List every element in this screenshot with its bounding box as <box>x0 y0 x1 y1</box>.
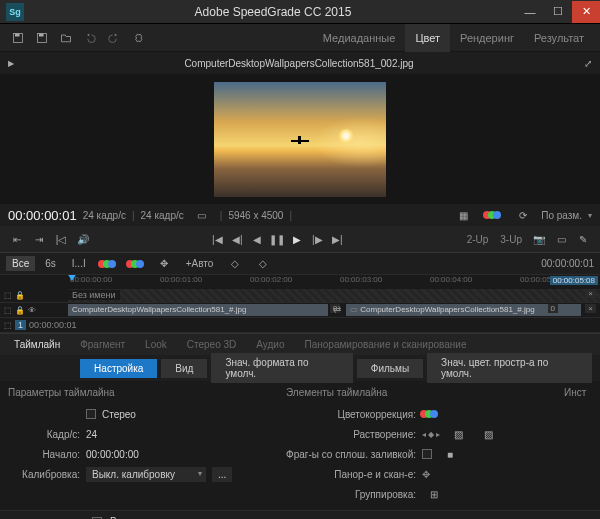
window-title: Adobe SpeedGrade CC 2015 <box>30 5 516 19</box>
speaker-icon[interactable]: 🔊 <box>74 230 92 248</box>
dissolve-stepper[interactable]: ◂◆▸ <box>422 430 440 439</box>
track-row-grade: ⬚🔒 Без имени × <box>0 288 600 303</box>
fx-icon[interactable]: ⬚ <box>4 306 12 315</box>
playback-controls: |◀ ◀| ◀ ❚❚ ▶ |▶ ▶| <box>208 230 346 248</box>
panscan-move-icon[interactable]: ✥ <box>422 469 430 480</box>
save2-icon[interactable] <box>34 30 50 46</box>
move-icon[interactable]: ✥ <box>156 256 172 272</box>
dissolve-icon2[interactable]: ▨ <box>480 426 496 442</box>
track-row-video: ⬚🔒👁 ComputerDesktopWallpapersCollection5… <box>0 303 600 318</box>
timeline-params-column: Параметры таймлайна Стерео Кадр/с: 24 На… <box>8 387 266 504</box>
aspect-icon[interactable]: ▭ <box>194 207 210 223</box>
play-icon[interactable]: ▶ <box>288 230 306 248</box>
pause-icon[interactable]: ❚❚ <box>268 230 286 248</box>
filter-6s[interactable]: 6s <box>39 256 62 271</box>
grid-icon[interactable]: ▦ <box>455 207 471 223</box>
left-section-title: Параметры таймлайна <box>8 387 266 398</box>
solid-color-icon[interactable]: ■ <box>442 446 458 462</box>
track-snap-button[interactable]: × <box>585 304 596 313</box>
timeline-ruler[interactable]: 00:00:00:00 00:00:01:00 00:00:02:00 00:0… <box>0 274 600 288</box>
rgb-icon[interactable] <box>485 207 501 223</box>
out-point-icon[interactable]: ⇥ <box>30 230 48 248</box>
filter-auto[interactable]: +Авто <box>180 256 220 271</box>
solid-checkbox[interactable] <box>422 449 432 459</box>
stereo-checkbox[interactable] <box>86 409 96 419</box>
save-icon[interactable] <box>10 30 26 46</box>
rewind-icon[interactable]: ◀ <box>248 230 266 248</box>
filter-all[interactable]: Все <box>6 256 35 271</box>
group-icon[interactable]: ⊞ <box>426 486 442 502</box>
track-label: Без имени <box>68 290 120 300</box>
rgb-icon2[interactable] <box>100 256 116 272</box>
redo-icon[interactable] <box>106 30 122 46</box>
eye-icon[interactable]: 👁 <box>28 306 36 315</box>
keyframe-a-icon[interactable]: ◇ <box>227 256 243 272</box>
main-timecode[interactable]: 00:00:00:01 <box>8 208 77 223</box>
main-toolbar: Медиаданные Цвет Рендеринг Результат <box>0 24 600 52</box>
playhead-icon[interactable] <box>67 274 77 281</box>
clip-bar-1[interactable]: ComputerDesktopWallpapersCollection581_#… <box>68 304 328 316</box>
collapse-button[interactable]: × <box>585 289 596 298</box>
lock-icon[interactable]: 🔒 <box>15 291 25 300</box>
nav-color[interactable]: Цвет <box>405 24 450 52</box>
svg-rect-1 <box>15 33 20 36</box>
lock-icon[interactable]: 🔒 <box>15 306 25 315</box>
rgb-icon <box>422 410 438 418</box>
clip-bar-2[interactable]: ▭ ComputerDesktopWallpapersCollection581… <box>346 304 581 316</box>
rgb-icon3[interactable] <box>128 256 144 272</box>
nav-render[interactable]: Рендеринг <box>450 24 524 52</box>
subtab-color-defaults[interactable]: Знач. цвет. простр-а по умолч. <box>427 353 592 383</box>
camera-icon[interactable]: 📷 <box>530 230 548 248</box>
tool-icon[interactable]: ✎ <box>574 230 592 248</box>
nav-media[interactable]: Медиаданные <box>313 24 406 52</box>
keyframe-b-icon[interactable]: ◇ <box>255 256 271 272</box>
info-bar: 00:00:00:01 24 кадр/с | 24 кадр/с ▭ | 59… <box>0 204 600 226</box>
fps-value[interactable]: 24 <box>86 429 97 440</box>
dimensions: 5946 x 4500 <box>228 210 283 221</box>
undo-icon[interactable] <box>82 30 98 46</box>
dissolve-icon1[interactable]: ▨ <box>450 426 466 442</box>
prev-mark-icon[interactable]: |◁ <box>52 230 70 248</box>
tab-look[interactable]: Look <box>135 334 177 356</box>
folder-icon[interactable] <box>58 30 74 46</box>
step-fwd-icon[interactable]: |▶ <box>308 230 326 248</box>
calib-dropdown[interactable]: Выкл. калибровку <box>86 467 206 482</box>
minimize-button[interactable]: — <box>516 1 544 23</box>
start-value[interactable]: 00:00:00:00 <box>86 449 139 460</box>
screenshot-icon[interactable]: ▭ <box>552 230 570 248</box>
threeup-button[interactable]: 3-Up <box>496 234 526 245</box>
group-label: Группировка: <box>286 489 416 500</box>
subtab-setup[interactable]: Настройка <box>80 359 157 378</box>
filter-ia[interactable]: I...I <box>66 256 92 271</box>
fx-icon[interactable]: ⬚ <box>4 321 12 330</box>
twoup-button[interactable]: 2-Up <box>463 234 493 245</box>
solid-label: Фраг-ы со сплош. заливкой: <box>286 449 416 460</box>
params-panel: Параметры таймлайна Стерео Кадр/с: 24 На… <box>0 381 600 510</box>
preview-monitor <box>0 74 600 204</box>
colorcorr-label: Цветокоррекция: <box>286 409 416 420</box>
goto-end-icon[interactable]: ▶| <box>328 230 346 248</box>
calib-dots-button[interactable]: ... <box>212 467 232 482</box>
fx-icon[interactable]: ⬚ <box>4 291 12 300</box>
tab-timeline[interactable]: Таймлайн <box>4 334 70 356</box>
in-point-icon[interactable]: ⇤ <box>8 230 26 248</box>
settings-icon[interactable] <box>130 30 146 46</box>
tab-fragment[interactable]: Фрагмент <box>70 334 135 356</box>
fit-dropdown[interactable]: По разм. <box>541 210 582 221</box>
fullscreen-icon[interactable]: ⤢ <box>584 58 592 69</box>
subtab-view[interactable]: Вид <box>161 359 207 378</box>
refresh-icon[interactable]: ⟳ <box>515 207 531 223</box>
close-button[interactable]: ✕ <box>572 1 600 23</box>
subtab-films[interactable]: Фильмы <box>357 359 423 378</box>
bottom-panel-tabs: Таймлайн Фрагмент Look Стерео 3D Аудио П… <box>0 333 600 355</box>
app-icon: Sg <box>6 3 24 21</box>
goto-start-icon[interactable]: |◀ <box>208 230 226 248</box>
calib-label: Калибровка: <box>8 469 80 480</box>
maximize-button[interactable]: ☐ <box>544 1 572 23</box>
fps-label: Кадр/с: <box>8 429 80 440</box>
subtab-format-defaults[interactable]: Знач. формата по умолч. <box>211 353 352 383</box>
step-back-icon[interactable]: ◀| <box>228 230 246 248</box>
fps-2: 24 кадр/с <box>141 210 184 221</box>
nav-result[interactable]: Результат <box>524 24 594 52</box>
link-icon[interactable]: ⇄ <box>333 304 341 315</box>
